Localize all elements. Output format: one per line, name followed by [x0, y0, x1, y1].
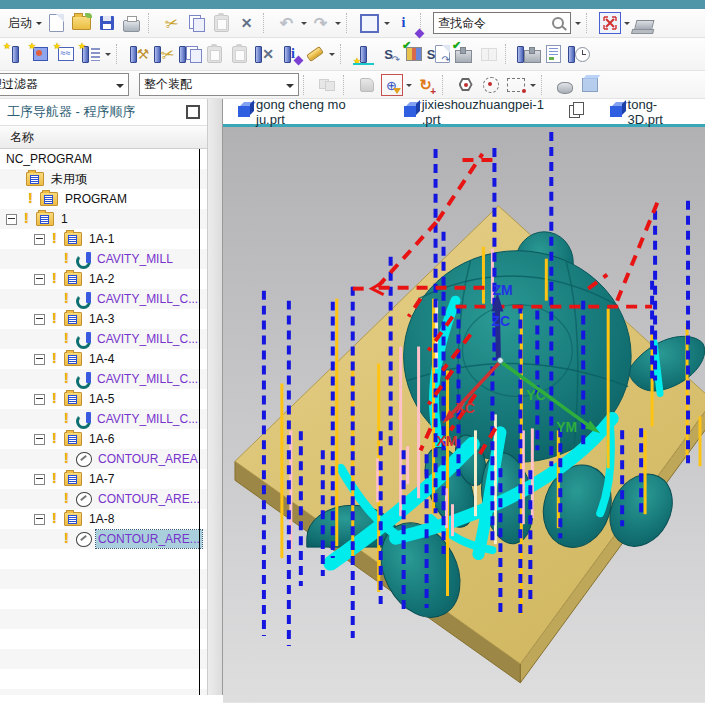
- tree-item-cavity-mill[interactable]: CAVITY_MILL_C...: [0, 409, 207, 429]
- postprocess-button[interactable]: [426, 42, 451, 66]
- delete-button[interactable]: [234, 11, 259, 35]
- collapse-icon[interactable]: [34, 514, 45, 525]
- create-operation-dropdown[interactable]: [103, 42, 112, 66]
- display-style-dropdown[interactable]: [382, 11, 391, 35]
- find-command-dropdown[interactable]: [573, 11, 582, 35]
- assembly-constraints-button[interactable]: [314, 73, 339, 97]
- redo-dropdown[interactable]: [333, 11, 342, 35]
- collapse-icon[interactable]: [34, 314, 45, 325]
- panel-splitter[interactable]: [208, 99, 223, 695]
- mouse-mode-button[interactable]: [552, 73, 577, 97]
- tree-item-cavity-mill[interactable]: CAVITY_MILL_C...: [0, 329, 207, 349]
- tree-item-nc-program[interactable]: NC_PROGRAM: [0, 149, 207, 169]
- fullscreen-dropdown[interactable]: [622, 11, 631, 35]
- redo-button[interactable]: [308, 11, 333, 35]
- create-operation-button[interactable]: [78, 42, 103, 66]
- hand-tool-button[interactable]: [354, 73, 379, 97]
- open-file-button[interactable]: [69, 11, 94, 35]
- toolbar-standard: 启动 查找命令: [0, 9, 705, 38]
- undock-panel-button[interactable]: [186, 105, 200, 119]
- compare-documents-button[interactable]: [476, 42, 501, 66]
- print-button[interactable]: [119, 11, 144, 35]
- tree-item-cavity-mill[interactable]: CAVITY_MILL_C...: [0, 369, 207, 389]
- paste-special-button[interactable]: [227, 42, 252, 66]
- create-method-button[interactable]: [53, 42, 78, 66]
- rotate-reference-point-button[interactable]: [413, 73, 438, 97]
- tree-item-group-1[interactable]: 1: [0, 209, 207, 229]
- tree-item-group-1a5[interactable]: 1A-5: [0, 389, 207, 409]
- shaded-display-button[interactable]: [577, 73, 602, 97]
- fullscreen-button[interactable]: [597, 11, 622, 35]
- delete-object-button[interactable]: [252, 42, 277, 66]
- create-geometry-button[interactable]: [28, 42, 53, 66]
- toolpath-time-button[interactable]: [566, 42, 591, 66]
- collapse-icon[interactable]: [6, 214, 17, 225]
- collapse-icon[interactable]: [34, 274, 45, 285]
- paste-object-button[interactable]: [202, 42, 227, 66]
- display-style-button[interactable]: [357, 11, 382, 35]
- collapse-icon[interactable]: [34, 474, 45, 485]
- tree-item-contour-area[interactable]: CONTOUR_AREA: [0, 449, 207, 469]
- start-menu-button[interactable]: 启动: [3, 15, 44, 32]
- snap-point-filter-button[interactable]: [379, 73, 404, 97]
- cut-object-button[interactable]: [152, 42, 177, 66]
- tree-item-unused[interactable]: 未用项: [0, 169, 207, 189]
- replay-toolpath-button[interactable]: [376, 42, 401, 66]
- undo-button[interactable]: [274, 11, 299, 35]
- collapse-icon[interactable]: [34, 394, 45, 405]
- simulate-machine-button[interactable]: [451, 42, 476, 66]
- tab-gong-cheng-mo-ju[interactable]: gong cheng mo ju.prt: [223, 99, 389, 124]
- column-divider[interactable]: [199, 149, 200, 695]
- tree-item-group-1a8[interactable]: 1A-8: [0, 509, 207, 529]
- tree-item-group-1a3[interactable]: 1A-3: [0, 309, 207, 329]
- cut-button[interactable]: [159, 11, 184, 35]
- tab-tong-3d[interactable]: tong-3D.prt: [595, 99, 705, 124]
- paste-button[interactable]: [209, 11, 234, 35]
- new-file-button[interactable]: [44, 11, 69, 35]
- tree-item-group-1a4[interactable]: 1A-4: [0, 349, 207, 369]
- tree-item-group-1a2[interactable]: 1A-2: [0, 269, 207, 289]
- restore-window-icon[interactable]: [569, 105, 580, 118]
- type-filter-combo[interactable]: 类型过滤器: [0, 73, 129, 96]
- name-column-header[interactable]: 名称: [0, 126, 207, 149]
- object-rod-icon: [284, 46, 291, 63]
- edit-object-button[interactable]: [127, 42, 152, 66]
- information-button[interactable]: [391, 11, 416, 35]
- warning-icon: [50, 232, 59, 246]
- collapse-icon[interactable]: [34, 434, 45, 445]
- program-group-icon: [64, 512, 82, 526]
- tree-item-program[interactable]: PROGRAM: [0, 189, 207, 209]
- tree-item-cavity-mill[interactable]: CAVITY_MILL_C...: [0, 289, 207, 309]
- flashlight-dropdown[interactable]: [327, 42, 336, 66]
- tree-item-group-1a6[interactable]: 1A-6: [0, 429, 207, 449]
- collapse-icon[interactable]: [34, 234, 45, 245]
- copy-button[interactable]: [184, 11, 209, 35]
- tree-item-cavity-mill[interactable]: CAVITY_MILL: [0, 249, 207, 269]
- shop-documentation-button[interactable]: [541, 42, 566, 66]
- selection-scope-combo[interactable]: 整个装配: [139, 73, 299, 96]
- tab-jixieshouzhuangpei[interactable]: jixieshouzhuangpei-1 .prt: [389, 99, 595, 124]
- verify-toolpath-button[interactable]: [401, 42, 426, 66]
- create-tool-button[interactable]: [3, 42, 28, 66]
- tree-item-contour-area-selected[interactable]: CONTOUR_ARE...: [0, 529, 207, 549]
- undo-dropdown[interactable]: [299, 11, 308, 35]
- copy-object-button[interactable]: [177, 42, 202, 66]
- window-display-button[interactable]: [631, 11, 656, 35]
- rectangle-select-button[interactable]: [503, 73, 528, 97]
- tree-item-group-1a7[interactable]: 1A-7: [0, 469, 207, 489]
- object-information-button[interactable]: [277, 42, 302, 66]
- find-command-box[interactable]: 查找命令: [433, 12, 571, 34]
- rectangle-select-dropdown[interactable]: [528, 73, 537, 97]
- graphics-window[interactable]: ZM ZC XC XM YC YM: [223, 127, 705, 695]
- save-button[interactable]: [94, 11, 119, 35]
- generate-toolpath-button[interactable]: [351, 42, 376, 66]
- snap-point-dropdown[interactable]: [404, 73, 413, 97]
- part-tab-bar: gong cheng mo ju.prt jixieshouzhuangpei-…: [223, 99, 705, 127]
- tree-item-contour-area[interactable]: CONTOUR_ARE...: [0, 489, 207, 509]
- machine-tool-view-button[interactable]: [516, 42, 541, 66]
- tree-item-group-1a1[interactable]: 1A-1: [0, 229, 207, 249]
- collapse-icon[interactable]: [34, 354, 45, 365]
- hexagon-select-button[interactable]: [453, 73, 478, 97]
- flashlight-button[interactable]: [302, 42, 327, 66]
- circle-select-button[interactable]: [478, 73, 503, 97]
